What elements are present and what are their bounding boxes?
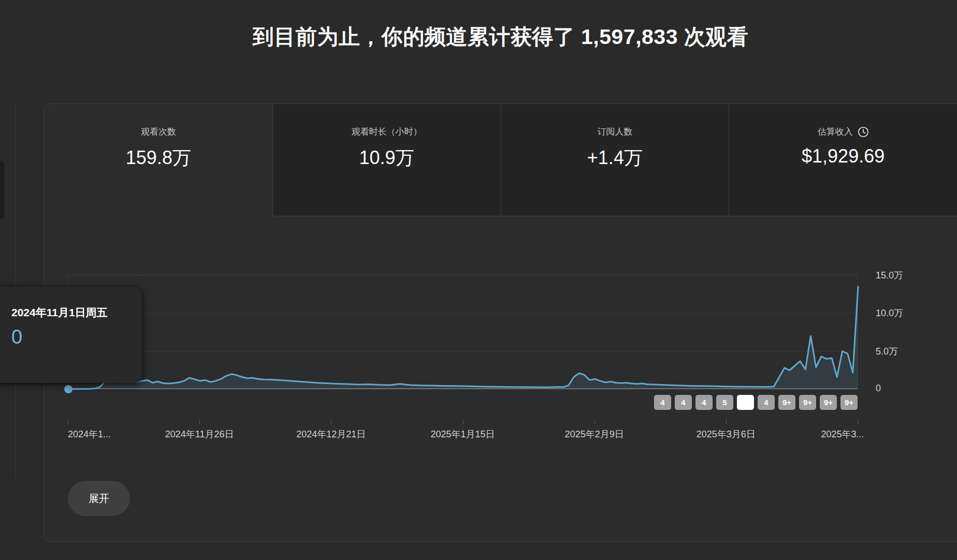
tab-watch-time-value: 10.9万 (359, 145, 414, 171)
badge-count[interactable]: 4 (675, 395, 692, 410)
badge-count[interactable]: 4 (758, 395, 775, 410)
y-axis-label: 15.0万 (876, 269, 903, 282)
x-axis-label: 2025年3... (821, 428, 864, 440)
x-axis: 2024年1...2024年11月26日2024年12月21日2025年1月15… (68, 275, 858, 389)
x-axis-label: 2024年11月26日 (165, 428, 234, 440)
x-axis-label: 2024年1... (68, 428, 111, 440)
y-axis-label: 10.0万 (876, 307, 903, 319)
tooltip-date: 2024年11月1日周五 (11, 305, 142, 320)
x-axis-label: 2025年1月15日 (430, 428, 495, 440)
x-axis-tick (331, 420, 331, 424)
badge-count[interactable]: 9+ (778, 395, 795, 410)
tab-views[interactable]: 观看次数 159.8万 (45, 104, 272, 216)
x-axis-tick (726, 420, 727, 424)
x-axis-label: 2024年12月21日 (296, 428, 366, 440)
x-axis-tick (463, 420, 463, 424)
tab-watch-time-label: 观看时长（小时） (352, 126, 422, 138)
x-axis-tick (199, 420, 200, 424)
summary-card: 观看次数 159.8万 观看时长（小时） 10.9万 订阅人数 +1.4万 估算… (44, 104, 957, 542)
annotation-badges-row: 444549+9+9+9+ (68, 395, 858, 410)
tab-revenue-value: $1,929.69 (802, 145, 885, 167)
badge-count[interactable]: 4 (695, 395, 713, 410)
expand-button[interactable]: 展开 (68, 481, 130, 516)
y-axis: 15.0万10.0万5.0万0 (876, 275, 953, 389)
x-axis-label: 2025年3月6日 (697, 428, 756, 440)
tab-subscribers[interactable]: 订阅人数 +1.4万 (501, 104, 729, 216)
x-axis-tick (68, 420, 68, 424)
badge-count[interactable]: 9+ (820, 395, 837, 410)
page-title: 到目前为止，你的频道累计获得了 1,597,833 次观看 (44, 23, 957, 51)
clock-icon (858, 126, 869, 138)
tab-revenue[interactable]: 估算收入 $1,929.69 (729, 104, 957, 216)
y-axis-label: 5.0万 (876, 345, 898, 358)
tab-revenue-label: 估算收入 (818, 126, 869, 138)
tab-subscribers-value: +1.4万 (587, 145, 643, 171)
x-axis-label: 2025年2月9日 (565, 428, 624, 440)
badge-count[interactable]: 9+ (799, 395, 816, 410)
chart-tooltip: 2024年11月1日周五 0 (0, 287, 142, 383)
x-axis-tick (858, 420, 858, 424)
left-edge-fragment (0, 160, 5, 219)
x-axis-tick (594, 420, 595, 424)
tooltip-value: 0 (11, 326, 142, 348)
tab-views-label: 观看次数 (141, 126, 176, 138)
tab-subscribers-label: 订阅人数 (597, 126, 632, 138)
badge-active[interactable] (737, 395, 754, 410)
tab-watch-time[interactable]: 观看时长（小时） 10.9万 (272, 104, 501, 216)
metric-tabs: 观看次数 159.8万 观看时长（小时） 10.9万 订阅人数 +1.4万 估算… (45, 104, 957, 216)
badge-count[interactable]: 9+ (840, 395, 858, 410)
y-axis-label: 0 (876, 383, 881, 394)
badge-count[interactable]: 5 (716, 395, 733, 410)
badge-count[interactable]: 4 (654, 395, 671, 410)
tab-views-value: 159.8万 (126, 145, 191, 171)
